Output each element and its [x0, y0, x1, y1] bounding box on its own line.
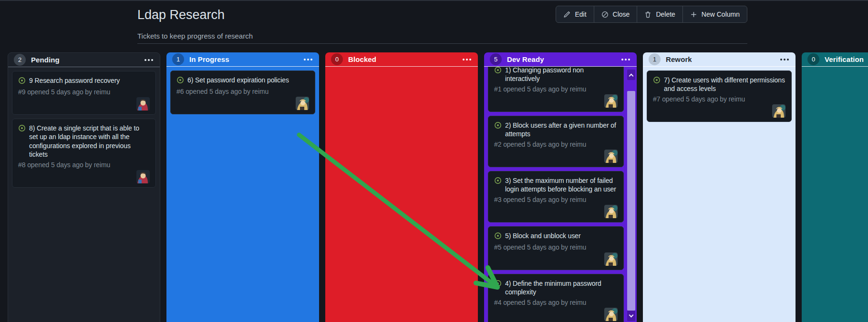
- column-header: 5 Dev Ready: [484, 52, 637, 66]
- scrollbar-up-button[interactable]: [627, 70, 635, 80]
- assignee-avatar[interactable]: [136, 97, 150, 111]
- issue-card-title[interactable]: 4) Define the minimum password complexit…: [505, 279, 618, 297]
- action-button-label: New Column: [702, 10, 740, 18]
- issue-card[interactable]: 1) Changing password non interactively #…: [488, 67, 624, 112]
- scrollbar-track[interactable]: [627, 80, 635, 91]
- column-title: In Progress: [189, 55, 229, 63]
- column-count-badge: 0: [331, 53, 343, 65]
- column-title: Rework: [666, 55, 692, 63]
- plus-icon: [690, 11, 697, 18]
- column-count-badge: 1: [649, 53, 661, 65]
- column-count-badge: 0: [807, 53, 819, 65]
- column-menu-button[interactable]: [779, 56, 790, 63]
- issue-open-icon: [18, 77, 26, 86]
- column-card-list: 9 Research password recovery #9 opened 5…: [8, 67, 160, 322]
- assignee-avatar[interactable]: [296, 97, 309, 110]
- board-column-rework: 1 Rework 7) Create users with different …: [643, 52, 796, 322]
- delete-button[interactable]: Delete: [637, 6, 682, 22]
- issue-card[interactable]: 4) Define the minimum password complexit…: [488, 274, 624, 322]
- column-card-list: 7) Create users with different permissio…: [643, 67, 796, 322]
- column-card-list: 1) Changing password non interactively #…: [484, 67, 637, 322]
- kanban-board: 2 Pending 9 Research password recovery #…: [8, 52, 868, 322]
- issue-card[interactable]: 2) Block users after a given number of a…: [488, 116, 624, 167]
- column-title: Verification: [825, 55, 864, 63]
- issue-card[interactable]: 9 Research password recovery #9 opened 5…: [12, 71, 156, 115]
- chevron-up-icon: [629, 73, 634, 78]
- scrollbar-thumb[interactable]: [627, 91, 635, 311]
- new-column-button[interactable]: New Column: [682, 6, 747, 22]
- issue-card-meta: #8 opened 5 days ago by reimu: [18, 161, 150, 169]
- issue-card[interactable]: 6) Set password expiration policies #6 o…: [170, 70, 315, 114]
- column-menu-button[interactable]: [303, 56, 313, 63]
- assignee-avatar[interactable]: [772, 104, 785, 118]
- column-count-badge: 1: [172, 53, 184, 65]
- issue-card-title[interactable]: 8) Create a single script that is able t…: [29, 124, 150, 159]
- issue-card-title[interactable]: 7) Create users with different permissio…: [664, 76, 785, 93]
- action-button-label: Close: [613, 10, 630, 18]
- pencil-icon: [563, 11, 570, 18]
- issue-card-meta: #1 opened 5 days ago by reimu: [494, 85, 618, 93]
- issue-card-title[interactable]: 6) Set password expiration policies: [187, 76, 289, 84]
- issue-card[interactable]: 3) Set the maximum number of failed logi…: [488, 171, 624, 222]
- issue-card-title[interactable]: 9 Research password recovery: [29, 76, 120, 85]
- issue-card-meta: #4 opened 5 days ago by reimu: [494, 299, 618, 306]
- assignee-avatar[interactable]: [604, 150, 618, 163]
- assignee-avatar[interactable]: [604, 205, 618, 218]
- column-card-list: 6) Set password expiration policies #6 o…: [166, 67, 319, 322]
- issue-card-meta: #2 opened 5 days ago by reimu: [494, 141, 618, 148]
- trash-icon: [644, 11, 651, 18]
- issue-card-title[interactable]: 1) Changing password non interactively: [505, 67, 618, 83]
- issue-card-meta: #7 opened 5 days ago by reimu: [653, 95, 785, 103]
- action-button-label: Edit: [575, 10, 586, 18]
- board-column-in-progress: 1 In Progress 6) Set password expiration…: [166, 52, 319, 322]
- issue-card-meta: #5 opened 5 days ago by reimu: [494, 243, 618, 251]
- project-board-screen: Ldap Research Tickets to keep progress o…: [0, 0, 868, 322]
- column-title: Blocked: [348, 55, 376, 63]
- issue-open-icon: [494, 67, 502, 76]
- column-header: 0 Verification: [802, 52, 868, 66]
- column-header: 2 Pending: [8, 53, 160, 67]
- issue-open-icon: [18, 124, 26, 134]
- board-column-dev-ready: 5 Dev Ready 1) Changing password non int…: [484, 52, 637, 322]
- issue-open-icon: [494, 232, 502, 242]
- issue-card-meta: #6 opened 5 days ago by reimu: [176, 88, 309, 95]
- close-button[interactable]: Close: [594, 6, 637, 22]
- issue-card-title[interactable]: 5) Block and unblock user: [505, 231, 581, 240]
- issue-open-icon: [653, 76, 661, 86]
- issue-card-title[interactable]: 2) Block users after a given number of a…: [505, 121, 618, 139]
- edit-button[interactable]: Edit: [556, 6, 593, 22]
- assignee-avatar[interactable]: [604, 94, 618, 108]
- column-card-list: [325, 67, 478, 322]
- board-column-blocked: 0 Blocked: [325, 52, 478, 322]
- column-header: 0 Blocked: [325, 52, 478, 66]
- issue-open-icon: [494, 121, 502, 131]
- issue-card[interactable]: 8) Create a single script that is able t…: [12, 119, 156, 188]
- assignee-avatar[interactable]: [604, 308, 618, 321]
- scrollbar-down-button[interactable]: [627, 311, 635, 321]
- assignee-avatar[interactable]: [136, 170, 150, 183]
- issue-open-icon: [176, 76, 184, 86]
- issue-card[interactable]: 5) Block and unblock user #5 opened 5 da…: [488, 226, 624, 270]
- column-menu-button[interactable]: [144, 56, 154, 64]
- page-title: Ldap Research: [137, 8, 225, 22]
- column-title: Pending: [31, 56, 60, 64]
- column-scrollbar[interactable]: [627, 70, 635, 321]
- board-column-verification: 0 Verification: [802, 52, 868, 322]
- column-menu-button[interactable]: [462, 56, 472, 63]
- column-menu-button[interactable]: [620, 56, 631, 63]
- header-action-group: EditCloseDeleteNew Column: [556, 6, 747, 23]
- assignee-avatar[interactable]: [604, 252, 618, 266]
- action-button-label: Delete: [656, 10, 675, 18]
- issue-card-meta: #9 opened 5 days ago by reimu: [18, 88, 150, 96]
- issue-card-meta: #3 opened 5 days ago by reimu: [494, 196, 618, 203]
- issue-card-title[interactable]: 3) Set the maximum number of failed logi…: [505, 176, 618, 194]
- issue-card[interactable]: 7) Create users with different permissio…: [647, 70, 792, 122]
- issue-open-icon: [494, 280, 502, 289]
- column-title: Dev Ready: [507, 55, 544, 63]
- column-card-list: [802, 67, 868, 322]
- column-count-badge: 2: [14, 54, 26, 66]
- board-column-pending: 2 Pending 9 Research password recovery #…: [8, 52, 160, 322]
- page-subtitle: Tickets to keep progress of research: [137, 32, 253, 40]
- circle-slash-icon: [601, 11, 609, 18]
- column-count-badge: 5: [490, 53, 502, 65]
